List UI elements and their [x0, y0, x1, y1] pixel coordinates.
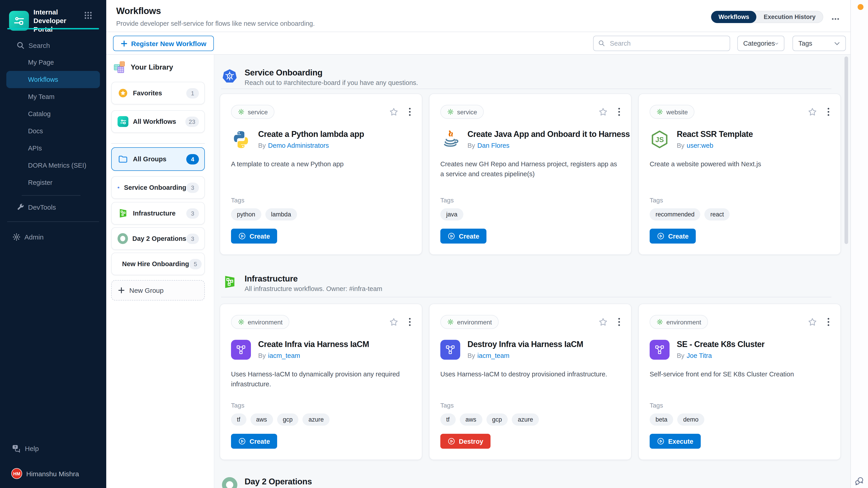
tag-pill: react — [705, 208, 730, 221]
card-menu-kebab-icon[interactable] — [618, 107, 620, 116]
app-logo-block[interactable]: Internal Developer Portal — [9, 8, 84, 34]
sidebar-search[interactable]: Search — [0, 38, 106, 53]
play-circle-icon — [447, 232, 455, 240]
card-menu-kebab-icon[interactable] — [827, 107, 830, 116]
card-title: Create a Python lambda app — [258, 130, 364, 139]
app-switcher-grid-icon[interactable] — [84, 11, 92, 21]
library-item-day2-operations[interactable]: Day 2 Operations 3 — [111, 227, 205, 250]
sidebar-item-help[interactable]: ? Help — [0, 441, 106, 455]
header-more-menu-icon[interactable] — [831, 14, 839, 22]
card-menu-kebab-icon[interactable] — [409, 318, 411, 326]
sidebar-item-workflows[interactable]: Workflows — [6, 71, 100, 88]
favorite-star-icon[interactable] — [598, 107, 608, 117]
card-author-link[interactable]: iacm_team — [268, 352, 300, 359]
card-type-badge: website — [650, 105, 694, 119]
count-badge: 5 — [189, 259, 202, 269]
user-avatar[interactable]: HM — [11, 468, 22, 479]
tab-execution-history[interactable]: Execution History — [756, 11, 823, 23]
sidebar-item-apis[interactable]: APIs — [0, 140, 106, 157]
card-title: Destroy Infra via Harness IaCM — [467, 340, 583, 349]
card-author-link[interactable]: user:web — [687, 142, 713, 149]
card-menu-kebab-icon[interactable] — [618, 318, 620, 326]
sidebar-item-devtools[interactable]: DevTools — [0, 198, 106, 216]
sidebar-item-my-page[interactable]: My Page — [0, 54, 106, 71]
plus-icon — [121, 40, 127, 47]
workflow-card-destroy-infra-iacm: environment Destroy In — [429, 304, 631, 460]
support-chat-icon[interactable] — [854, 476, 865, 488]
sidebar-user[interactable]: HM Himanshu Mishra — [0, 466, 106, 481]
tags-dropdown[interactable]: Tags — [793, 36, 846, 51]
java-icon — [440, 130, 460, 150]
section-header-service-onboarding: Service Onboarding Reach out to #archite… — [222, 68, 850, 84]
library-cubes-icon — [113, 61, 127, 74]
card-author-link[interactable]: Dan Flores — [477, 142, 509, 149]
tags-label: Tags — [231, 197, 411, 204]
sidebar-item-docs[interactable]: Docs — [0, 123, 106, 140]
library-item-all-groups[interactable]: All Groups 4 — [111, 147, 205, 171]
count-badge: 23 — [185, 116, 199, 127]
gear-icon — [12, 232, 21, 241]
tag-pill: tf — [231, 414, 246, 426]
search-input[interactable] — [609, 39, 725, 47]
create-button[interactable]: Create — [231, 434, 277, 449]
card-grid-infrastructure: environment Create Inf — [220, 304, 850, 460]
sidebar-search-label: Search — [29, 41, 50, 49]
create-button[interactable]: Create — [650, 229, 696, 243]
gear-icon — [656, 319, 663, 325]
new-group-button[interactable]: New Group — [111, 280, 205, 300]
count-badge: 4 — [186, 154, 199, 164]
library-item-all-workflows[interactable]: All Workflows 23 — [111, 110, 205, 133]
tag-pill: aws — [250, 414, 273, 426]
workflow-card-react-ssr: website JS React SSR Template — [638, 94, 841, 255]
sidebar-item-dora-metrics[interactable]: DORA Metrics (SEI) — [0, 157, 106, 174]
card-description: A template to create a new Python app — [231, 160, 411, 169]
app-title: Internal Developer Portal — [33, 8, 84, 34]
sidebar-item-admin[interactable]: Admin — [0, 229, 106, 245]
card-menu-kebab-icon[interactable] — [827, 318, 830, 326]
card-description: Self-service front end for SE K8s Cluste… — [650, 369, 830, 380]
section-divider — [221, 297, 831, 297]
section-subtitle: Reach out to #architecture-board if you … — [245, 79, 418, 87]
library-item-service-onboarding[interactable]: Service Onboarding 3 — [111, 176, 205, 199]
tab-workflows[interactable]: Workflows — [711, 11, 756, 23]
library-item-infrastructure[interactable]: Infrastructure 3 — [111, 202, 205, 225]
tags-label: Tags — [231, 402, 411, 409]
create-button[interactable]: Create — [440, 229, 487, 243]
card-author-link[interactable]: Demo Administrators — [268, 142, 329, 149]
sidebar-item-catalog[interactable]: Catalog — [0, 105, 106, 123]
sidebar-item-my-team[interactable]: My Team — [0, 88, 106, 105]
favorite-star-icon[interactable] — [807, 107, 817, 117]
execute-button[interactable]: Execute — [650, 434, 701, 449]
destroy-button[interactable]: Destroy — [440, 434, 491, 449]
view-toggle: Workflows Execution History — [711, 11, 823, 23]
workflows-content: Service Onboarding Reach out to #archite… — [214, 55, 850, 488]
library-item-favorites[interactable]: Favorites 1 — [111, 82, 205, 104]
card-author-link[interactable]: iacm_team — [477, 352, 509, 359]
page-title: Workflows — [116, 6, 161, 16]
favorite-star-icon[interactable] — [807, 317, 817, 327]
categories-dropdown[interactable]: Categories — [737, 36, 784, 51]
card-menu-kebab-icon[interactable] — [409, 107, 411, 116]
kubernetes-icon — [222, 68, 237, 84]
card-author-link[interactable]: Joe Titra — [687, 352, 712, 359]
card-type-badge: environment — [231, 315, 289, 329]
create-button[interactable]: Create — [231, 229, 277, 243]
vertical-scrollbar[interactable] — [844, 57, 848, 244]
tag-pill: recommended — [650, 208, 701, 221]
sidebar-admin-label: Admin — [24, 233, 43, 240]
favorite-star-icon[interactable] — [389, 317, 399, 327]
favorite-star-icon[interactable] — [389, 107, 399, 117]
play-circle-icon — [657, 437, 664, 445]
section-divider — [221, 89, 831, 89]
help-chat-icon: ? — [11, 444, 21, 453]
section-header-day2-operations: Day 2 Operations — [222, 477, 850, 488]
library-item-new-hire-onboarding[interactable]: New Hire Onboarding 5 — [111, 253, 205, 275]
register-new-workflow-button[interactable]: Register New Workflow — [113, 36, 214, 51]
gear-icon — [447, 319, 454, 325]
search-icon — [598, 40, 605, 47]
sidebar-item-register[interactable]: Register — [0, 174, 106, 191]
favorites-star-icon — [118, 88, 128, 98]
tag-pill: azure — [512, 414, 539, 426]
favorite-star-icon[interactable] — [598, 317, 608, 327]
card-title: Create Infra via Harness IaCM — [258, 340, 369, 349]
